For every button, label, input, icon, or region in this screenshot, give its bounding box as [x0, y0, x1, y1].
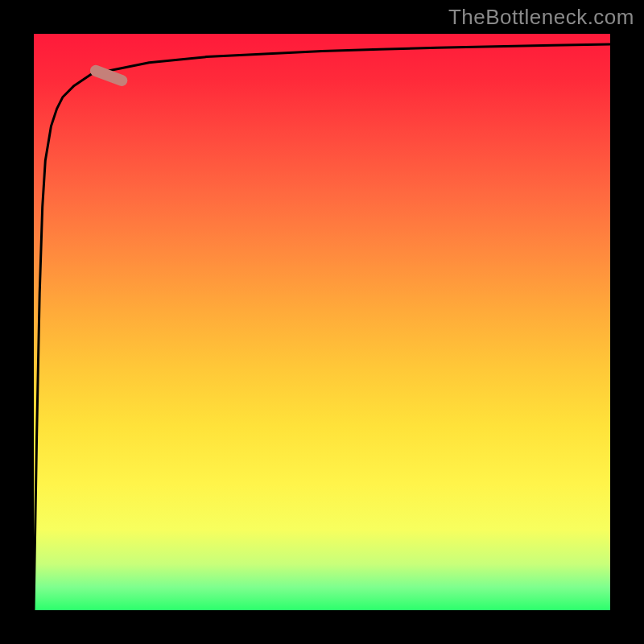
- attribution-text: TheBottleneck.com: [448, 5, 634, 30]
- plot-area: [34, 34, 610, 610]
- chart-overlay: [34, 34, 610, 610]
- stage: TheBottleneck.com: [0, 0, 644, 644]
- bottleneck-curve: [34, 44, 610, 610]
